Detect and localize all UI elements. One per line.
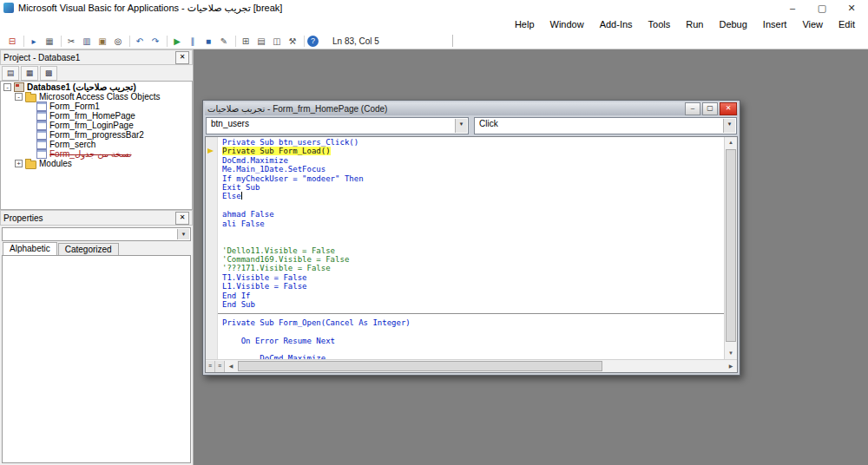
event-combo[interactable]: Click ▼ [474, 117, 737, 134]
menu-edit[interactable]: Edit [831, 16, 863, 33]
code-line: T1.Visible = False [206, 273, 724, 282]
redo-icon[interactable]: ↷ [148, 35, 162, 48]
break-icon[interactable]: ∥ [186, 35, 200, 48]
horizontal-scrollbar[interactable]: ≡ ≡ ◀ ▶ [206, 359, 737, 372]
toolbar-separator [61, 36, 62, 47]
toolbox-icon[interactable]: ⚒ [286, 35, 299, 48]
insert-userform-icon[interactable]: ▸ [27, 35, 41, 48]
tree-expander[interactable]: - [3, 83, 11, 91]
code-gutter [206, 165, 218, 174]
code-gutter [206, 156, 218, 165]
view-code-button[interactable]: ▤ [2, 66, 19, 81]
reset-icon[interactable]: ■ [201, 35, 215, 48]
code-text: 'Dello11.Visible = False [218, 246, 724, 255]
save-icon[interactable]: ▦ [43, 35, 56, 48]
form-icon [36, 121, 47, 130]
project-explorer-icon[interactable]: ⊞ [239, 35, 253, 48]
menu-help[interactable]: Help [507, 16, 542, 33]
design-mode-icon[interactable]: ✎ [217, 35, 231, 48]
tree-item[interactable]: +Modules [1, 159, 192, 168]
cut-icon[interactable]: ✂ [64, 35, 78, 48]
maximize-button[interactable]: ▢ [807, 0, 837, 16]
code-text: DoCmd.Maximize [218, 156, 724, 165]
menu-view[interactable]: View [794, 16, 831, 33]
tree-item[interactable]: Form_frm_progressBar2 [1, 130, 192, 140]
project-tree[interactable]: -Database1 (تجريب صلاحيات)-Microsoft Acc… [0, 81, 193, 210]
find-icon[interactable]: ◎ [111, 35, 125, 48]
dropdown-icon[interactable]: ▼ [455, 119, 467, 133]
code-line [206, 327, 724, 336]
tree-item-label: Database1 (تجريب صلاحيات) [27, 82, 136, 92]
minimize-button[interactable]: – [778, 0, 807, 16]
scroll-left-icon[interactable]: ◀ [225, 361, 237, 372]
properties-panel-title: Properties [3, 213, 43, 223]
project-panel-title: Project - Database1 [3, 53, 80, 62]
code-gutter [206, 309, 218, 318]
object-combo[interactable]: btn_users ▼ [206, 117, 469, 134]
horizontal-scrollbar-thumb[interactable] [238, 361, 602, 371]
code-gutter [206, 327, 218, 336]
tree-item-label: Form_serch [49, 140, 95, 149]
tree-item[interactable]: Form_frm_LoginPage [1, 121, 192, 130]
procedure-view-button[interactable]: ≡ [206, 361, 215, 372]
procedure-separator [218, 313, 724, 314]
tree-item[interactable]: -Database1 (تجريب صلاحيات) [1, 82, 192, 92]
code-gutter [206, 219, 218, 228]
dropdown-icon[interactable]: ▼ [723, 119, 735, 133]
app-icon [3, 3, 14, 13]
code-text [218, 237, 724, 246]
properties-window-icon[interactable]: ▤ [254, 35, 268, 48]
help-icon[interactable]: ? [307, 36, 319, 47]
code-gutter [206, 291, 218, 300]
view-object-button[interactable]: ▦ [21, 66, 38, 81]
view-microsoft-access-icon[interactable]: ⊟ [5, 35, 19, 48]
tree-item[interactable]: -Microsoft Access Class Objects [1, 92, 192, 102]
properties-list[interactable] [2, 255, 191, 463]
vertical-scrollbar-thumb[interactable] [726, 149, 736, 342]
undo-icon[interactable]: ↶ [133, 35, 147, 48]
properties-close-button[interactable]: ✕ [175, 212, 189, 225]
code-text [218, 201, 724, 210]
tab-alphabetic[interactable]: Alphabetic [3, 242, 57, 255]
left-dock: Project - Database1 ✕ ▤▦▩ -Database1 (تج… [0, 49, 194, 465]
scroll-up-icon[interactable]: ▲ [725, 137, 737, 148]
tree-item[interactable]: Form_Form1 [1, 102, 192, 111]
object-browser-icon[interactable]: ◫ [270, 35, 284, 48]
properties-object-combo[interactable]: ▼ [2, 227, 191, 241]
event-combo-value: Click [479, 119, 498, 128]
code-minimize-button[interactable]: – [685, 102, 700, 115]
project-close-button[interactable]: ✕ [175, 51, 189, 64]
code-lines[interactable]: Private Sub btn_users_Click()Private Sub… [206, 137, 724, 359]
run-icon[interactable]: ▶ [170, 35, 184, 48]
project-explorer-panel: Project - Database1 ✕ ▤▦▩ -Database1 (تج… [0, 49, 193, 210]
close-button[interactable]: ✕ [837, 0, 866, 16]
code-maximize-button[interactable]: ▢ [702, 102, 718, 115]
full-module-view-button[interactable]: ≡ [215, 361, 225, 372]
menu-debug[interactable]: Debug [711, 16, 754, 33]
tree-item[interactable]: Form_frm_HomePage [1, 111, 192, 121]
window-titlebar: Microsoft Visual Basic for Applications … [0, 0, 868, 16]
menu-insert[interactable]: Insert [755, 16, 795, 33]
vertical-scrollbar[interactable]: ▲ ▼ [724, 137, 737, 359]
tab-categorized[interactable]: Categorized [58, 243, 119, 255]
code-gutter [206, 273, 218, 282]
code-window-titlebar[interactable]: تجريب صلاحيات - Form_frm_HomePage (Code)… [205, 102, 738, 115]
tree-item[interactable]: Form_نسخة من جدول [1, 149, 192, 159]
code-close-button[interactable]: ✕ [720, 102, 737, 115]
code-window-title: تجريب صلاحيات - Form_frm_HomePage (Code) [207, 104, 683, 114]
copy-icon[interactable]: ▥ [80, 35, 94, 48]
toolbar-separator [129, 36, 130, 47]
scroll-right-icon[interactable]: ▶ [725, 361, 737, 372]
menu-run[interactable]: Run [678, 16, 711, 33]
menu-window[interactable]: Window [542, 16, 592, 33]
scroll-down-icon[interactable]: ▼ [725, 348, 737, 359]
code-gutter [206, 318, 218, 327]
paste-icon[interactable]: ▣ [95, 35, 109, 48]
tree-item[interactable]: Form_serch [1, 140, 192, 149]
tree-expander[interactable]: + [15, 160, 23, 167]
toggle-folders-button[interactable]: ▩ [40, 66, 57, 81]
tree-expander[interactable]: - [15, 93, 23, 101]
menu-tools[interactable]: Tools [641, 16, 679, 33]
dropdown-icon[interactable]: ▼ [177, 229, 189, 239]
menu-add-ins[interactable]: Add-Ins [592, 16, 641, 33]
